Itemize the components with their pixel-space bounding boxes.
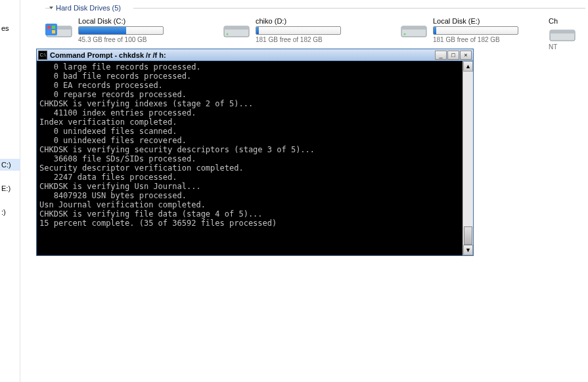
- drive-item[interactable]: Local Disk (E:) 181 GB free of 182 GB: [400, 17, 538, 43]
- svg-rect-12: [401, 26, 426, 30]
- tree-item[interactable]: es: [0, 22, 20, 34]
- drive-usage-bar: [256, 26, 341, 35]
- scroll-track[interactable]: [463, 72, 473, 245]
- drives-row: Local Disk (C:) 45.3 GB free of 100 GB c…: [45, 17, 588, 43]
- svg-rect-7: [52, 30, 55, 33]
- scroll-down-icon[interactable]: ▼: [463, 245, 473, 255]
- svg-rect-5: [52, 26, 55, 29]
- tree-item[interactable]: C:): [0, 159, 20, 171]
- svg-rect-9: [224, 26, 249, 30]
- svg-rect-4: [47, 26, 51, 29]
- drive-name: Local Disk (E:): [433, 17, 538, 25]
- tree-item[interactable]: :): [0, 206, 20, 218]
- drive-sub-text: NT: [549, 43, 588, 51]
- main-content: Hard Disk Drives (5) Local Disk (C:): [20, 0, 588, 382]
- drive-free-text: 181 GB free of 182 GB: [433, 36, 538, 43]
- drive-usage-bar: [433, 26, 518, 35]
- drive-usage-bar: [78, 26, 164, 35]
- section-header[interactable]: Hard Disk Drives (5): [56, 4, 121, 12]
- svg-rect-3: [45, 24, 57, 35]
- terminal-output: 0 large file records processed. 0 bad fi…: [37, 61, 463, 255]
- scroll-up-icon[interactable]: ▲: [463, 61, 473, 72]
- svg-point-10: [227, 33, 229, 35]
- hard-drive-icon: [45, 17, 73, 39]
- section-rule: [133, 8, 585, 9]
- maximize-button[interactable]: □: [447, 51, 459, 60]
- hard-drive-icon: [223, 17, 250, 39]
- drive-free-text: 181 GB free of 182 GB: [256, 36, 361, 43]
- left-tree-panel: es C:) E:) :): [0, 0, 20, 382]
- minimize-button[interactable]: _: [435, 51, 447, 60]
- cmd-icon: C:\: [38, 51, 47, 60]
- window-titlebar[interactable]: C:\ Command Prompt - chkdsk /r /f h: _ □…: [37, 49, 473, 61]
- drive-name: Ch: [549, 17, 588, 25]
- close-button[interactable]: ×: [460, 51, 472, 60]
- scroll-thumb[interactable]: [464, 226, 472, 245]
- tree-item[interactable]: E:): [0, 182, 20, 194]
- window-title: Command Prompt - chkdsk /r /f h:: [50, 51, 435, 59]
- drive-item-partial[interactable]: Ch NT: [549, 17, 588, 51]
- command-prompt-window: C:\ Command Prompt - chkdsk /r /f h: _ □…: [36, 49, 474, 256]
- svg-rect-15: [550, 30, 575, 33]
- drive-item[interactable]: chiko (D:) 181 GB free of 182 GB: [223, 17, 361, 43]
- scrollbar[interactable]: ▲ ▼: [463, 61, 473, 255]
- drive-name: Local Disk (C:): [78, 17, 183, 25]
- svg-point-13: [404, 33, 406, 35]
- hard-drive-icon: [549, 26, 576, 42]
- hard-drive-icon: [400, 17, 428, 39]
- drive-item[interactable]: Local Disk (C:) 45.3 GB free of 100 GB: [45, 17, 183, 43]
- drive-free-text: 45.3 GB free of 100 GB: [78, 36, 183, 43]
- drive-name: chiko (D:): [256, 17, 361, 25]
- svg-rect-6: [47, 30, 51, 33]
